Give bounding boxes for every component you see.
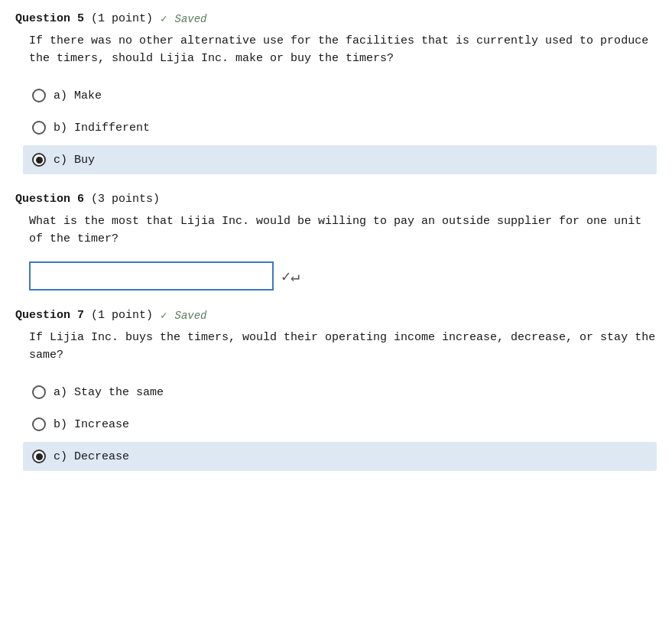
question-5: Question 5 (1 point) ✓ Saved If there wa… <box>15 12 657 174</box>
option-7a-label: a) Stay the same <box>54 386 164 399</box>
question-6-title: Question 6 (3 points) <box>15 193 160 206</box>
option-5a-label: a) Make <box>54 89 102 102</box>
question-prefix-5: Question <box>15 12 70 25</box>
radio-7c[interactable] <box>32 450 46 463</box>
saved-badge-7: Saved <box>175 310 207 322</box>
option-5a[interactable]: a) Make <box>23 81 657 110</box>
submit-icon-6[interactable]: ✓↵ <box>281 267 300 286</box>
radio-7c-dot <box>36 453 43 460</box>
saved-badge-5: Saved <box>175 13 207 25</box>
option-7b-label: b) Increase <box>54 418 129 431</box>
question-5-header: Question 5 (1 point) ✓ Saved <box>15 12 657 25</box>
option-5b-label: b) Indifferent <box>54 122 150 135</box>
question-5-options: a) Make b) Indifferent c) Buy <box>23 81 657 174</box>
option-7c-label: c) Decrease <box>54 450 129 463</box>
option-5c-label: c) Buy <box>54 154 95 167</box>
option-7a[interactable]: a) Stay the same <box>23 378 657 407</box>
radio-5b[interactable] <box>32 121 46 135</box>
option-5c[interactable]: c) Buy <box>23 145 657 174</box>
question-6-header: Question 6 (3 points) <box>15 193 657 206</box>
option-5b[interactable]: b) Indifferent <box>23 113 657 142</box>
saved-check-icon-7: ✓ <box>161 309 167 322</box>
question-6-input[interactable] <box>29 261 274 291</box>
question-6: Question 6 (3 points) What is the most t… <box>15 193 657 291</box>
question-5-points: (1 point) <box>91 12 153 25</box>
question-7-points: (1 point) <box>91 309 153 322</box>
question-5-title: Question 5 (1 point) <box>15 12 153 25</box>
question-6-points: (3 points) <box>91 193 160 206</box>
option-7c[interactable]: c) Decrease <box>23 442 657 471</box>
option-7b[interactable]: b) Increase <box>23 410 657 439</box>
radio-5a[interactable] <box>32 89 46 102</box>
question-6-input-row: ✓↵ <box>29 261 657 291</box>
question-prefix-7: Question <box>15 309 70 322</box>
radio-5c-dot <box>36 157 43 164</box>
radio-7b[interactable] <box>32 417 46 431</box>
radio-5c[interactable] <box>32 153 46 167</box>
question-7-title: Question 7 (1 point) <box>15 309 153 322</box>
question-6-text: What is the most that Lijia Inc. would b… <box>29 213 657 248</box>
question-7: Question 7 (1 point) ✓ Saved If Lijia In… <box>15 309 657 471</box>
question-7-text: If Lijia Inc. buys the timers, would the… <box>29 329 657 364</box>
radio-7a[interactable] <box>32 385 46 399</box>
question-7-options: a) Stay the same b) Increase c) Decrease <box>23 378 657 471</box>
question-7-header: Question 7 (1 point) ✓ Saved <box>15 309 657 322</box>
question-prefix-6: Question <box>15 193 70 206</box>
question-5-text: If there was no other alternative use fo… <box>29 33 657 67</box>
saved-check-icon-5: ✓ <box>161 12 167 25</box>
